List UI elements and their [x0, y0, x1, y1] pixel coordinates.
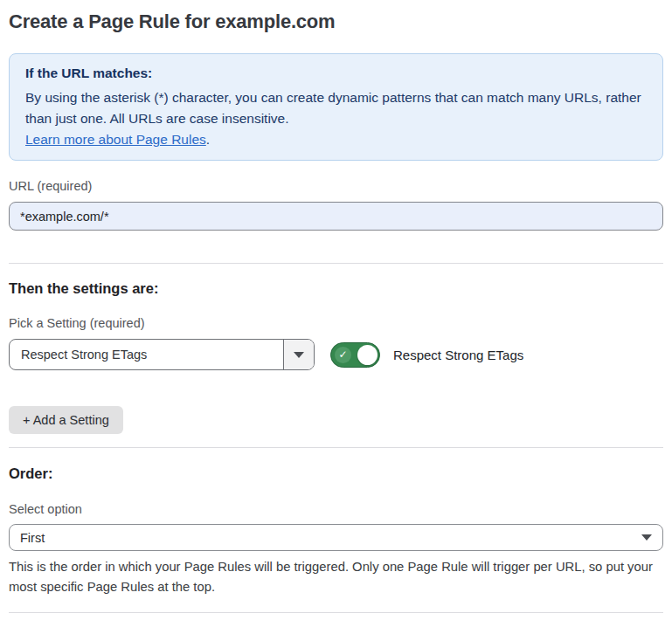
pick-setting-label: Pick a Setting (required)	[9, 316, 663, 330]
toggle-knob	[357, 345, 378, 365]
divider	[9, 263, 663, 264]
add-setting-button[interactable]: + Add a Setting	[9, 406, 123, 434]
divider	[9, 612, 663, 613]
url-input[interactable]	[9, 202, 663, 231]
info-box-body: By using the asterisk (*) character, you…	[25, 87, 647, 129]
caret-down-icon	[294, 352, 304, 358]
info-box-heading: If the URL matches:	[25, 65, 647, 81]
toggle-label: Respect Strong ETags	[393, 348, 523, 362]
url-label: URL (required)	[9, 179, 663, 193]
settings-section-heading: Then the settings are:	[9, 280, 663, 297]
setting-dropdown[interactable]: Respect Strong ETags	[9, 339, 315, 370]
caret-down-icon	[641, 534, 652, 541]
setting-dropdown-arrow-button[interactable]	[283, 340, 314, 369]
order-help-text: This is the order in which your Page Rul…	[9, 557, 660, 597]
select-option-label: Select option	[9, 502, 663, 516]
order-section-heading: Order:	[9, 465, 663, 482]
respect-strong-etags-toggle[interactable]: ✓	[330, 342, 380, 368]
link-period: .	[206, 132, 210, 147]
info-link-row: Learn more about Page Rules.	[25, 132, 647, 148]
order-select[interactable]: First	[9, 524, 663, 551]
page-title: Create a Page Rule for example.com	[9, 10, 663, 33]
url-section: URL (required)	[9, 179, 663, 231]
learn-more-link[interactable]: Learn more about Page Rules	[25, 132, 206, 147]
create-page-rule-form: Create a Page Rule for example.com If th…	[0, 0, 672, 627]
toggle-wrap: ✓ Respect Strong ETags	[330, 342, 523, 368]
url-match-info-box: If the URL matches: By using the asteris…	[9, 53, 663, 161]
divider	[9, 447, 663, 448]
setting-row: Respect Strong ETags ✓ Respect Strong ET…	[9, 339, 663, 370]
order-select-value: First	[20, 531, 641, 545]
checkmark-icon: ✓	[335, 347, 351, 363]
setting-dropdown-value: Respect Strong ETags	[10, 340, 283, 369]
